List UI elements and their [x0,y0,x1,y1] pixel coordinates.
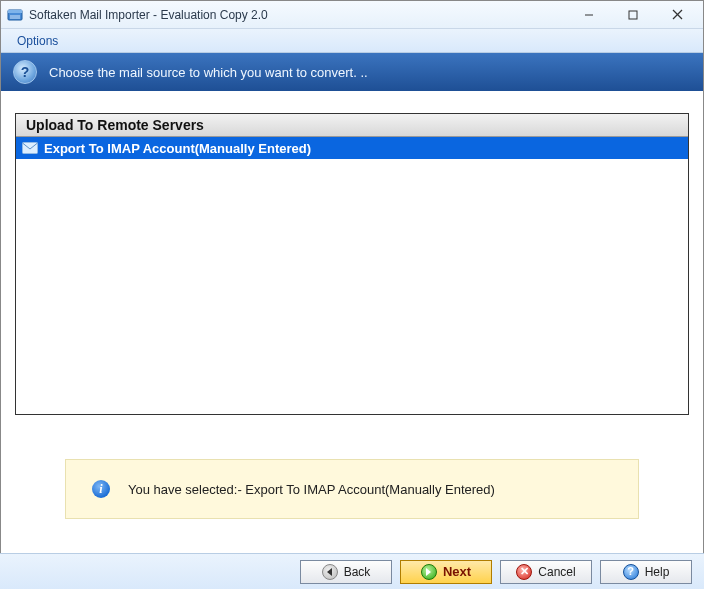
title-bar: Softaken Mail Importer - Evaluation Copy… [1,1,703,29]
info-strip: i You have selected:- Export To IMAP Acc… [65,459,639,519]
window-title: Softaken Mail Importer - Evaluation Copy… [29,8,567,22]
menu-bar: Options [1,29,703,53]
help-icon: ? [623,564,639,580]
footer-bar: Back Next ✕ Cancel ? Help [0,553,704,589]
svg-rect-6 [23,143,38,154]
next-button-label: Next [443,564,471,579]
menu-options[interactable]: Options [11,32,64,50]
help-button-label: Help [645,565,670,579]
help-button[interactable]: ? Help [600,560,692,584]
mail-icon [22,140,38,156]
list-item-export-imap[interactable]: Export To IMAP Account(Manually Entered) [16,137,688,159]
cancel-icon: ✕ [516,564,532,580]
window-controls [567,2,699,28]
back-button-label: Back [344,565,371,579]
maximize-button[interactable] [611,2,655,28]
svg-rect-3 [629,11,637,19]
source-list-panel: Upload To Remote Servers Export To IMAP … [15,113,689,415]
content-area: Upload To Remote Servers Export To IMAP … [1,91,703,527]
cancel-button-label: Cancel [538,565,575,579]
close-button[interactable] [655,2,699,28]
minimize-button[interactable] [567,2,611,28]
info-icon: i [92,480,110,498]
header-text: Choose the mail source to which you want… [49,65,368,80]
header-band: ? Choose the mail source to which you wa… [1,53,703,91]
cancel-button[interactable]: ✕ Cancel [500,560,592,584]
section-header: Upload To Remote Servers [16,114,688,137]
arrow-right-icon [421,564,437,580]
back-button[interactable]: Back [300,560,392,584]
info-text: You have selected:- Export To IMAP Accou… [128,482,495,497]
next-button[interactable]: Next [400,560,492,584]
question-icon: ? [13,60,37,84]
arrow-left-icon [322,564,338,580]
svg-rect-1 [8,10,22,13]
list-item-label: Export To IMAP Account(Manually Entered) [44,141,311,156]
app-icon [7,7,23,23]
